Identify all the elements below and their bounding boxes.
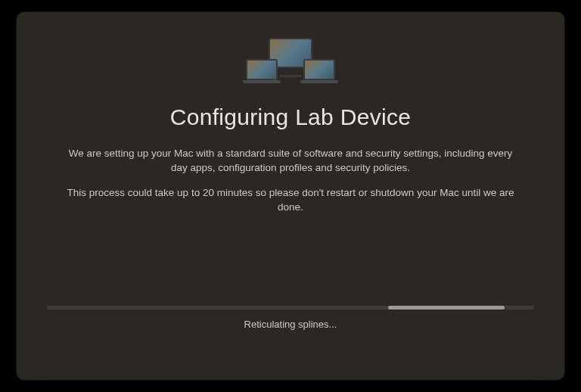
description-paragraph-2: This process could take up to 20 minutes… [64,186,517,215]
macbook-icon [303,59,335,80]
setup-dialog-window: Configuring Lab Device We are setting up… [17,12,564,380]
progress-fill [388,306,505,310]
apple-devices-icon [240,38,341,92]
macbook-icon [246,59,278,80]
description-paragraph-1: We are setting up your Mac with a standa… [64,147,517,176]
dialog-title: Configuring Lab Device [170,104,411,130]
progress-track [47,306,534,310]
dialog-description: We are setting up your Mac with a standa… [64,147,517,215]
progress-bar [47,306,534,310]
status-text: Reticulating splines... [244,319,337,330]
